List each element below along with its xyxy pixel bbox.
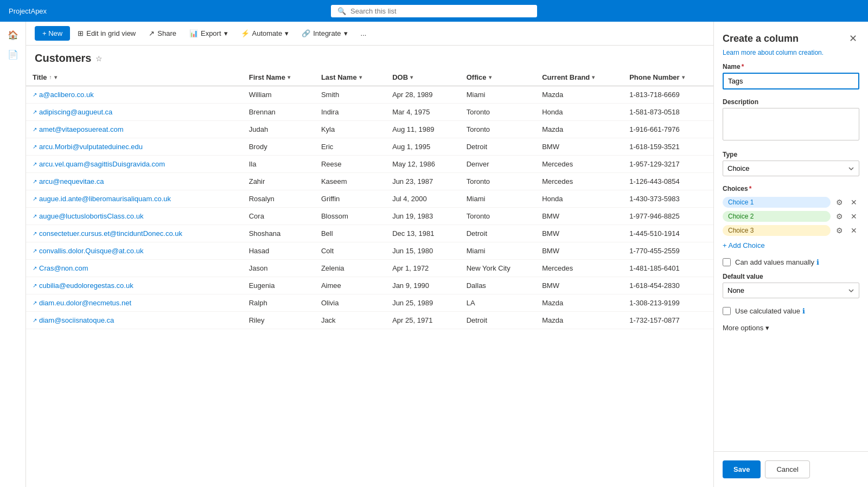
cell-office: Toronto xyxy=(460,104,535,121)
cell-office: Detroit xyxy=(460,312,535,329)
cell-dob: Jun 25, 1989 xyxy=(386,294,460,312)
cell-brand: Mazda xyxy=(535,86,623,104)
cell-firstname: William xyxy=(242,86,315,104)
cell-brand: Mazda xyxy=(535,121,623,138)
table-row[interactable]: ↗convallis.dolor.Quisque@at.co.uk Hasad … xyxy=(26,242,713,260)
table-row[interactable]: ↗diam.eu.dolor@necmetus.net Ralph Olivia… xyxy=(26,294,713,312)
cell-brand: BMW xyxy=(535,242,623,260)
search-box[interactable]: 🔍 xyxy=(331,5,537,17)
filter-icon-7[interactable]: ▾ xyxy=(682,74,685,80)
table-row[interactable]: ↗augue.id.ante@liberomaurisaliquam.co.uk… xyxy=(26,190,713,208)
type-select[interactable]: Choice xyxy=(723,161,859,176)
use-calculated-row: Use calculated value ℹ xyxy=(723,307,859,315)
automate-button[interactable]: ⚡ Automate ▾ xyxy=(235,26,295,41)
choice-remove-button-2[interactable]: ✕ xyxy=(848,225,859,236)
cancel-button[interactable]: Cancel xyxy=(765,460,809,478)
cell-firstname: Hasad xyxy=(242,242,315,260)
choice-row: ⚙ ✕ xyxy=(723,211,859,222)
cell-title: ↗arcu.vel.quam@sagittisDuisgravida.com xyxy=(26,156,242,173)
integrate-button[interactable]: 🔗 Integrate ▾ xyxy=(296,26,353,41)
description-field-group: Description xyxy=(723,98,859,142)
sort-asc-icon[interactable]: ↑ xyxy=(49,74,52,80)
cell-title: ↗arcu@nequevitae.ca xyxy=(26,173,242,190)
description-textarea[interactable] xyxy=(723,108,859,140)
name-input[interactable] xyxy=(723,73,859,89)
cell-phone: 1-430-373-5983 xyxy=(623,190,713,208)
table-row[interactable]: ↗arcu@nequevitae.ca Zahir Kaseem Jun 23,… xyxy=(26,173,713,190)
panel-title: Create a column xyxy=(723,33,799,44)
cell-title: ↗augue.id.ante@liberomaurisaliquam.co.uk xyxy=(26,190,242,208)
table-row[interactable]: ↗diam@sociisnatoque.ca Riley Jack Apr 25… xyxy=(26,312,713,329)
table-row[interactable]: ↗augue@luctuslobortisClass.co.uk Cora Bl… xyxy=(26,208,713,225)
share-icon: ↗ xyxy=(149,29,155,37)
close-panel-button[interactable]: ✕ xyxy=(847,30,859,47)
cell-firstname: Riley xyxy=(242,312,315,329)
description-label: Description xyxy=(723,98,859,106)
cell-lastname: Jack xyxy=(315,312,386,329)
choice-remove-button-1[interactable]: ✕ xyxy=(848,211,859,222)
create-column-panel: Create a column ✕ Learn more about colum… xyxy=(713,22,868,487)
choice-remove-button-0[interactable]: ✕ xyxy=(848,197,859,208)
sidebar-template-icon[interactable]: 📄 xyxy=(4,46,22,63)
filter-icon-4[interactable]: ▾ xyxy=(410,74,413,80)
more-options-button[interactable]: More options ▾ xyxy=(723,322,769,334)
edit-grid-button[interactable]: ⊞ Edit in grid view xyxy=(72,26,141,41)
table-row[interactable]: ↗a@aclibero.co.uk William Smith Apr 28, … xyxy=(26,86,713,104)
sidebar-home-icon[interactable]: 🏠 xyxy=(4,26,22,43)
page-title: Customers xyxy=(35,52,91,65)
table-row[interactable]: ↗consectetuer.cursus.et@tinciduntDonec.c… xyxy=(26,225,713,242)
export-button[interactable]: 📊 Export ▾ xyxy=(184,26,233,41)
table-row[interactable]: ↗arcu.vel.quam@sagittisDuisgravida.com I… xyxy=(26,156,713,173)
can-add-info-icon[interactable]: ℹ xyxy=(816,258,819,266)
can-add-manually-checkbox[interactable] xyxy=(723,258,731,266)
use-calculated-checkbox[interactable] xyxy=(723,307,731,315)
choice-input-1[interactable] xyxy=(723,211,831,222)
choices-list: ⚙ ✕ ⚙ ✕ ⚙ ✕ xyxy=(723,197,859,236)
choice-settings-button-1[interactable]: ⚙ xyxy=(834,211,845,222)
filter-icon-3[interactable]: ▾ xyxy=(359,74,362,80)
cell-lastname: Aimee xyxy=(315,277,386,294)
add-choice-button[interactable]: + Add Choice xyxy=(723,239,765,252)
table-row[interactable]: ↗adipiscing@augueut.ca Brennan Indira Ma… xyxy=(26,104,713,121)
table-container: Title ↑ ▾ First Name ▾ xyxy=(26,69,713,487)
table-row[interactable]: ↗Cras@non.com Jason Zelenia Apr 1, 1972 … xyxy=(26,260,713,277)
choice-input-2[interactable] xyxy=(723,225,831,236)
cell-title: ↗cubilia@eudoloregestas.co.uk xyxy=(26,277,242,294)
filter-icon-2[interactable]: ▾ xyxy=(288,74,290,80)
more-toolbar-button[interactable]: ... xyxy=(355,26,372,41)
use-calculated-label: Use calculated value ℹ xyxy=(735,307,805,315)
cell-phone: 1-618-159-3521 xyxy=(623,138,713,156)
cell-lastname: Bell xyxy=(315,225,386,242)
cell-phone: 1-126-443-0854 xyxy=(623,173,713,190)
integrate-icon: 🔗 xyxy=(302,29,310,37)
choice-settings-button-2[interactable]: ⚙ xyxy=(834,225,845,236)
filter-icon-5[interactable]: ▾ xyxy=(489,74,492,80)
table-row[interactable]: ↗cubilia@eudoloregestas.co.uk Eugenia Ai… xyxy=(26,277,713,294)
choice-settings-button-0[interactable]: ⚙ xyxy=(834,197,845,208)
table-row[interactable]: ↗arcu.Morbi@vulputateduinec.edu Brody Er… xyxy=(26,138,713,156)
save-button[interactable]: Save xyxy=(723,460,761,478)
use-calculated-info-icon[interactable]: ℹ xyxy=(802,307,805,315)
panel-header: Create a column ✕ xyxy=(714,22,868,47)
cell-office: Detroit xyxy=(460,138,535,156)
search-input[interactable] xyxy=(350,7,531,15)
filter-icon[interactable]: ▾ xyxy=(54,74,57,80)
cell-dob: Apr 25, 1971 xyxy=(386,312,460,329)
chevron-down-icon: ▾ xyxy=(224,29,228,37)
cell-brand: Honda xyxy=(535,104,623,121)
choice-input-0[interactable] xyxy=(723,197,831,208)
cell-dob: Apr 28, 1989 xyxy=(386,86,460,104)
default-value-select[interactable]: None xyxy=(723,283,859,298)
filter-icon-6[interactable]: ▾ xyxy=(592,74,595,80)
new-button[interactable]: + New xyxy=(35,26,70,41)
default-value-field-group: Default value None xyxy=(723,273,859,298)
favorite-icon[interactable]: ☆ xyxy=(95,54,103,63)
learn-more-link[interactable]: Learn more about column creation. xyxy=(714,47,868,63)
cell-phone: 1-813-718-6669 xyxy=(623,86,713,104)
share-button[interactable]: ↗ Share xyxy=(143,26,182,41)
table-row[interactable]: ↗amet@vitaeposuereat.com Judah Kyla Aug … xyxy=(26,121,713,138)
cell-lastname: Zelenia xyxy=(315,260,386,277)
cell-lastname: Smith xyxy=(315,86,386,104)
table-header-row: Title ↑ ▾ First Name ▾ xyxy=(26,69,713,86)
cell-office: Miami xyxy=(460,86,535,104)
